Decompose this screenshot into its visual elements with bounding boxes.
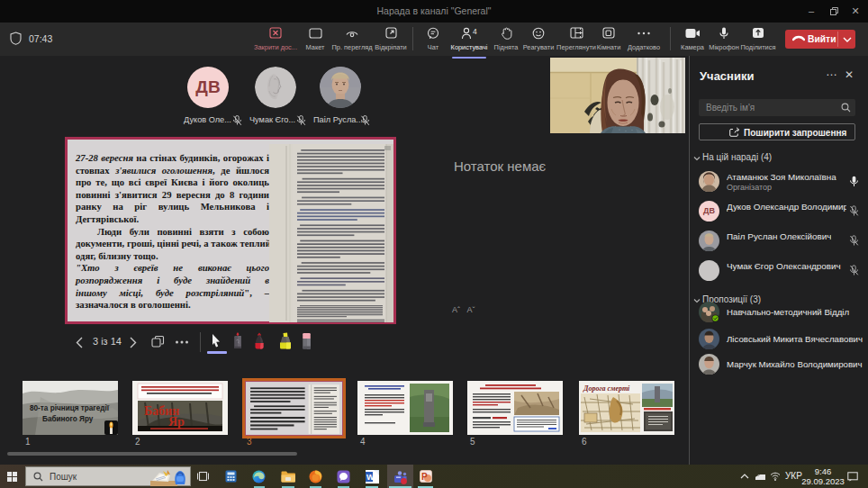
svg-text:Яр: Яр xyxy=(168,415,185,429)
svg-text:Дорога смерті: Дорога смерті xyxy=(583,384,630,393)
svg-text:4: 4 xyxy=(473,27,477,36)
svg-text:W: W xyxy=(366,473,375,482)
svg-text:80-та річниця трагедії: 80-та річниця трагедії xyxy=(30,404,110,412)
svg-text:Бабиного Яру: Бабиного Яру xyxy=(42,414,94,423)
svg-text:P: P xyxy=(421,472,428,482)
